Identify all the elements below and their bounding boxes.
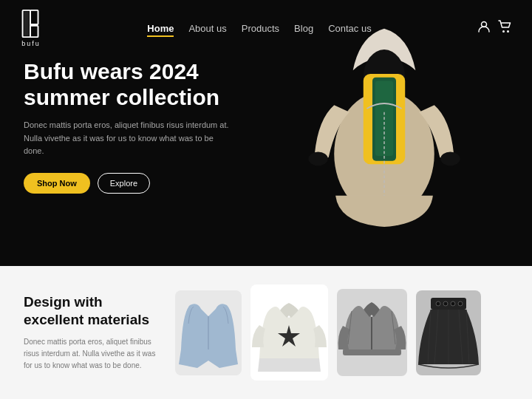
- brand-logo: bufu: [21, 9, 41, 47]
- hero-title: Bufu wears 2024 summer collection: [24, 59, 231, 110]
- svg-rect-19: [343, 349, 401, 355]
- hero-description: Donec mattis porta eros, aliquet finibus…: [24, 119, 231, 158]
- user-icon-button[interactable]: [477, 20, 491, 36]
- star-jacket-svg: [250, 284, 328, 381]
- nav-item-blog[interactable]: Blog: [294, 21, 313, 35]
- svg-point-6: [507, 30, 509, 33]
- cart-icon-button[interactable]: [498, 20, 511, 36]
- svg-point-21: [436, 301, 440, 306]
- svg-point-5: [502, 30, 505, 33]
- materials-description: Donec mattis porta eros, aliquet finibus…: [24, 336, 160, 372]
- product-card-star-jacket[interactable]: [250, 284, 328, 381]
- vest-svg: [175, 290, 242, 375]
- brand-name: bufu: [21, 40, 41, 47]
- hero-section: bufu Home About us Products Blog Contac …: [0, 0, 532, 266]
- cropped-jacket-svg: [337, 289, 407, 376]
- product-card-vest[interactable]: [175, 290, 242, 375]
- svg-point-13: [440, 151, 460, 166]
- nav-item-home[interactable]: Home: [147, 21, 174, 35]
- nav-icons: [477, 20, 511, 36]
- materials-text: Design with excellent materials Donec ma…: [24, 293, 160, 372]
- user-icon: [477, 20, 491, 33]
- hero-content: Bufu wears 2024 summer collection Donec …: [24, 59, 231, 194]
- explore-button[interactable]: Explore: [98, 173, 150, 194]
- navigation: bufu Home About us Products Blog Contac …: [0, 0, 532, 56]
- svg-rect-1: [30, 10, 38, 24]
- product-card-skirt[interactable]: [416, 290, 481, 375]
- product-cards: [175, 284, 481, 381]
- nav-item-about[interactable]: About us: [188, 21, 226, 35]
- product-card-cropped-jacket[interactable]: [337, 289, 407, 376]
- svg-point-12: [308, 151, 327, 166]
- logo-icon: [21, 9, 41, 38]
- svg-point-24: [458, 301, 463, 306]
- shop-now-button[interactable]: Shop Now: [24, 173, 90, 194]
- nav-item-contact[interactable]: Contac us: [328, 21, 372, 35]
- svg-rect-3: [24, 12, 29, 35]
- skirt-svg: [416, 290, 481, 375]
- materials-title: Design with excellent materials: [24, 293, 160, 329]
- svg-point-23: [451, 301, 455, 306]
- nav-item-products[interactable]: Products: [242, 21, 279, 35]
- svg-rect-2: [30, 26, 38, 37]
- cart-icon: [498, 20, 511, 33]
- materials-section: Design with excellent materials Donec ma…: [0, 266, 532, 399]
- svg-point-22: [443, 301, 448, 306]
- hero-buttons: Shop Now Explore: [24, 173, 231, 194]
- nav-links: Home About us Products Blog Contac us: [147, 21, 371, 35]
